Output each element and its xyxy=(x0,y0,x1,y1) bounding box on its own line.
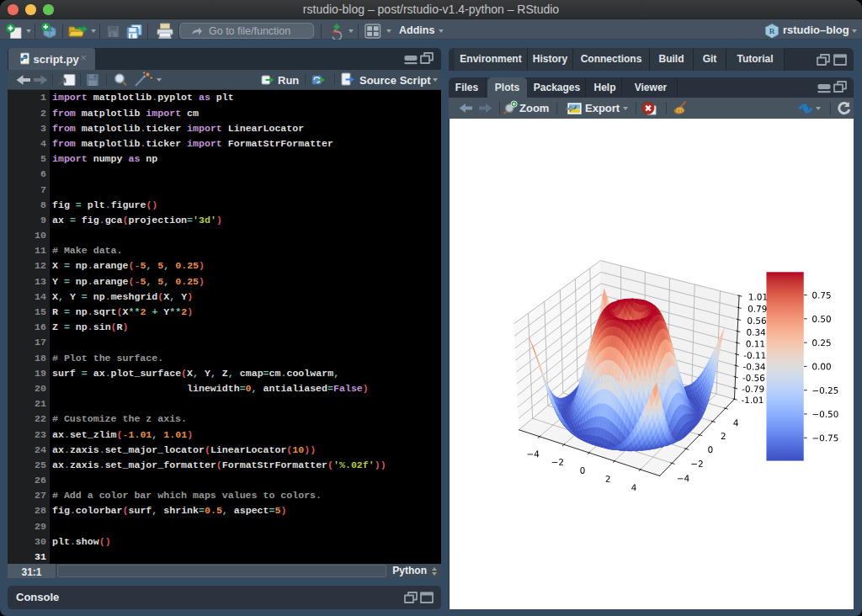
svg-text:R: R xyxy=(769,27,775,35)
